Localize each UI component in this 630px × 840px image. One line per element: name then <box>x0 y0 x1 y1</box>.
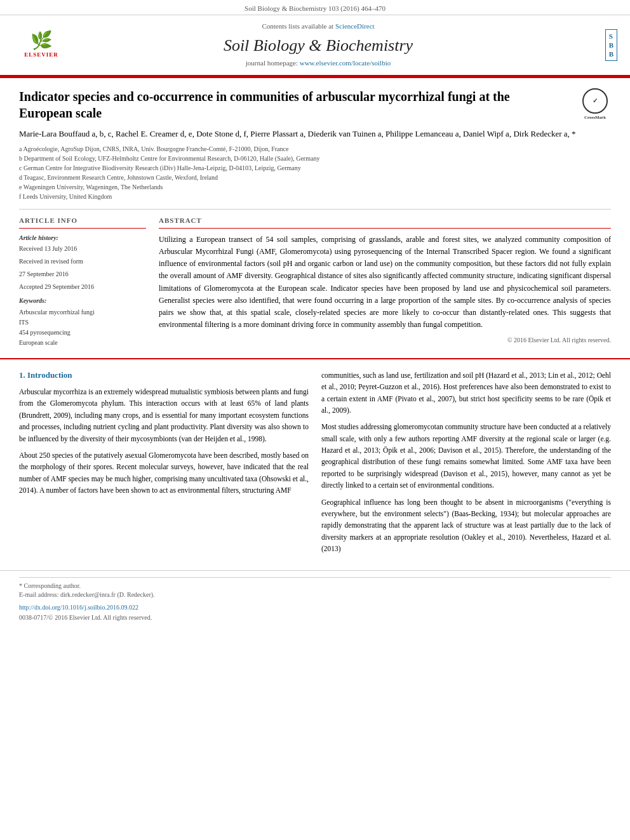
intro-paragraph-2: About 250 species of the putatively asex… <box>19 450 309 497</box>
science-direct-notice: Contents lists available at ScienceDirec… <box>70 22 566 31</box>
affiliation-d: d Teagasc, Environment Research Centre, … <box>19 173 611 182</box>
journal-top-bar: Soil Biology & Biochemistry 103 (2016) 4… <box>0 0 630 15</box>
section-1-header: 1. Introduction <box>19 370 309 381</box>
body-left-col: 1. Introduction Arbuscular mycorrhiza is… <box>19 370 309 560</box>
received-date: Received 13 July 2016 <box>19 244 146 253</box>
affiliation-f: f Leeds University, United Kingdom <box>19 192 611 201</box>
email-address: E-mail address: dirk.redecker@inra.fr (D… <box>19 590 611 599</box>
affiliation-e: e Wageningen University, Wageningen, The… <box>19 182 611 192</box>
affiliation-c: c German Centre for Integrative Biodiver… <box>19 163 611 173</box>
abstract-col: Abstract Utilizing a European transect o… <box>159 216 611 347</box>
crossmark-badge[interactable]: ✓ CrossMark <box>579 88 611 121</box>
elsevier-tree-icon: 🌿 <box>30 32 53 50</box>
elsevier-logo: 🌿 ELSEVIER <box>13 32 70 59</box>
history-label: Article history: <box>19 234 146 243</box>
science-direct-link[interactable]: ScienceDirect <box>335 22 375 30</box>
body-content: 1. Introduction Arbuscular mycorrhiza is… <box>0 358 630 570</box>
journal-logo-right: SBB <box>566 29 617 62</box>
authors-list: Marie-Lara Bouffaud a, b, c, Rachel E. C… <box>19 128 611 141</box>
journal-logo-box: SBB <box>605 29 617 62</box>
abstract-label: Abstract <box>159 216 611 228</box>
received-revised-date: 27 September 2016 <box>19 270 146 279</box>
accepted-date: Accepted 29 September 2016 <box>19 283 146 291</box>
crossmark-text: CrossMark <box>579 115 611 121</box>
journal-title-center: Contents lists available at ScienceDirec… <box>70 22 566 68</box>
keywords-label: Keywords: <box>19 297 146 305</box>
keyword-4: European scale <box>19 338 146 348</box>
corresponding-author: * Corresponding author. <box>19 582 611 590</box>
article-footer: * Corresponding author. E-mail address: … <box>0 570 630 626</box>
received-revised-label: Received in revised form <box>19 257 146 266</box>
abstract-text: Utilizing a European transect of 54 soil… <box>159 234 611 331</box>
issn-text: 0038-0717/© 2016 Elsevier Ltd. All right… <box>19 613 611 622</box>
doi-link[interactable]: http://dx.doi.org/10.1016/j.soilbio.2016… <box>19 604 138 611</box>
journal-name: Soil Biology & Biochemistry <box>70 34 566 57</box>
affiliation-b: b Department of Soil Ecology, UFZ-Helmho… <box>19 154 611 163</box>
crossmark-circle: ✓ <box>582 88 608 114</box>
article-content: Indicator species and co-occurrence in c… <box>0 78 630 358</box>
journal-logo-letters: SBB <box>609 32 613 59</box>
keyword-2: ITS <box>19 317 146 328</box>
intro-paragraph-1: Arbuscular mycorrhiza is an extremely wi… <box>19 386 309 444</box>
article-info-label: Article Info <box>19 216 146 228</box>
right-paragraph-3: Geographical influence has long been tho… <box>321 497 611 555</box>
copyright: © 2016 Elsevier Ltd. All rights reserved… <box>159 336 611 345</box>
section-divider <box>19 209 611 210</box>
article-info-col: Article Info Article history: Received 1… <box>19 216 146 347</box>
keyword-1: Arbuscular mycorrhizal fungi <box>19 307 146 317</box>
elsevier-wordmark: ELSEVIER <box>24 51 58 59</box>
keyword-3: 454 pyrosequencing <box>19 328 146 338</box>
info-abstract-section: Article Info Article history: Received 1… <box>19 216 611 347</box>
right-paragraph-2: Most studies addressing glomeromycotan c… <box>321 421 611 491</box>
footnote-divider <box>19 577 611 578</box>
journal-header: 🌿 ELSEVIER Contents lists available at S… <box>0 15 630 76</box>
journal-homepage: journal homepage: www.elsevier.com/locat… <box>70 58 566 68</box>
affiliation-a: a Agroécologie, AgroSup Dijon, CNRS, INR… <box>19 144 611 154</box>
affiliations: a Agroécologie, AgroSup Dijon, CNRS, INR… <box>19 144 611 201</box>
body-right-col: communities, such as land use, fertiliza… <box>321 370 611 560</box>
journal-citation: Soil Biology & Biochemistry 103 (2016) 4… <box>245 4 385 12</box>
article-title: Indicator species and co-occurrence in c… <box>19 88 611 121</box>
right-paragraph-1: communities, such as land use, fertiliza… <box>321 370 611 417</box>
journal-homepage-link[interactable]: www.elsevier.com/locate/soilbio <box>300 59 391 67</box>
